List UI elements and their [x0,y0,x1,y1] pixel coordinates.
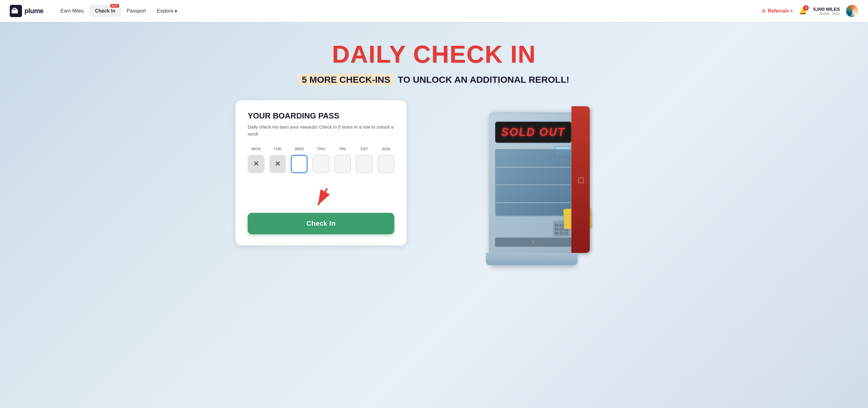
content-area: YOUR BOARDING PASS Daily check ins earn … [236,100,632,265]
hero-subtitle-rest: TO UNLOCK AN ADDITIONAL REROLL! [398,74,569,85]
nav-check-in[interactable]: HOT Check In [90,5,121,17]
user-avatar[interactable] [846,5,858,17]
vm-side-logo: ◻ [577,175,584,185]
card-description: Daily check ins earn your rewards! Check… [248,124,394,137]
hero-title: DAILY CHECK IN [332,40,536,68]
day-label-mon: MON [248,147,265,151]
day-box-sun [377,155,394,173]
notification-bell[interactable]: 🔔 3 [799,7,807,15]
day-box-sat [356,155,373,173]
miles-display: 5,000 MILES 0x44f...2b2c [813,6,840,16]
day-label-tue: TUE [269,147,286,151]
vm-shelf-2 [496,184,570,185]
day-labels-row: MON TUE WED THU FRI SAT SUN [248,147,394,151]
nav-explore[interactable]: Explore ▾ [152,6,182,17]
nav-links: Earn Miles HOT Check In Passport Explore… [56,5,761,17]
vm-glass-door [495,149,571,216]
vm-sold-out-display: SOLD OUT [495,122,571,143]
logo-text: plume [25,7,43,15]
hot-badge: HOT [110,4,119,8]
day-label-sat: SAT [356,147,373,151]
checkin-button[interactable]: Check In [248,213,394,234]
day-box-tue: ✕ [269,155,286,173]
boarding-pass-card: YOUR BOARDING PASS Daily check ins earn … [236,100,406,245]
nav-right: ☆ Referrals ▾ 🔔 3 5,000 MILES 0x44f...2b… [761,5,858,17]
vm-shelf-1 [496,167,570,168]
svg-text:🏔: 🏔 [11,7,18,15]
logo[interactable]: 🏔 plume [10,5,43,17]
miles-value: 5,000 MILES [813,6,840,11]
day-label-thu: THU [313,147,330,151]
vm-base [486,253,578,265]
notification-count-badge: 3 [803,5,809,11]
hero-subtitle-highlight: 5 MORE CHECK-INS [299,74,393,85]
referrals-button[interactable]: ☆ Referrals ▾ [761,8,793,14]
card-title: YOUR BOARDING PASS [248,111,394,121]
day-box-fri [334,155,351,173]
star-icon: ☆ [761,8,766,14]
vending-machine: SOLD OUT 1 2 3 [480,100,584,265]
day-box-wed [291,155,308,173]
wallet-address: 0x44f...2b2c [813,11,840,16]
chevron-down-icon: ▾ [175,8,177,14]
day-box-thu [312,155,329,173]
hero-subtitle: 5 MORE CHECK-INS TO UNLOCK AN ADDITIONAL… [299,74,569,85]
vm-side-panel: ◻ [571,106,590,253]
hero-section: DAILY CHECK IN 5 MORE CHECK-INS TO UNLOC… [0,22,868,408]
arrow-icon [309,185,333,210]
day-label-wed: WED [291,147,308,151]
plume-logo-icon: 🏔 [10,5,22,17]
navbar: 🏔 plume Earn Miles HOT Check In Passport… [0,0,868,22]
nav-passport[interactable]: Passport [122,6,151,16]
svg-line-3 [318,188,327,205]
day-box-mon: ✕ [248,155,265,173]
dispenser-arrow-icon: ▼ [531,240,536,245]
nav-earn-miles[interactable]: Earn Miles [56,6,89,16]
vm-body: SOLD OUT 1 2 3 [489,113,575,265]
checkboxes-row: ✕ ✕ [248,155,394,173]
day-label-fri: FRI [334,147,351,151]
vending-machine-area: SOLD OUT 1 2 3 [431,100,632,265]
chevron-down-icon: ▾ [791,9,793,13]
vm-dispenser-slot: ▼ [495,238,571,247]
vm-shelf-3 [496,202,570,203]
vm-sold-out-text: SOLD OUT [501,126,565,139]
day-label-sun: SUN [377,147,394,151]
